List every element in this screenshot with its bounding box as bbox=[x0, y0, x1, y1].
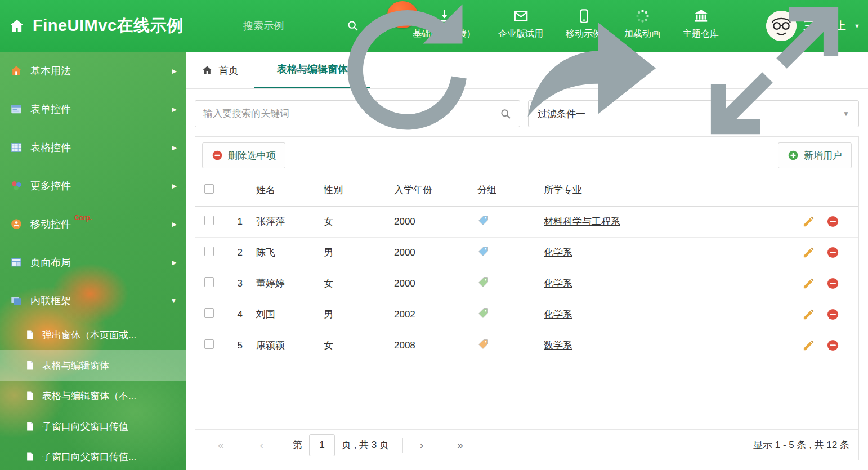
tab-home-label: 首页 bbox=[218, 64, 239, 77]
corp-badge: Corp. bbox=[74, 214, 92, 222]
pagination-bar: « ‹ 第 1 页 , 共 3 页 › » 显示 1 - 5 条 , 共 12 … bbox=[195, 429, 858, 460]
share-icon[interactable] bbox=[507, 0, 675, 155]
gender-cell: 女 bbox=[324, 330, 394, 361]
chevron-right-icon: ▶ bbox=[172, 259, 177, 266]
sidebar-item[interactable]: 内联框架▼ bbox=[0, 281, 186, 320]
chevron-down-icon: ▼ bbox=[171, 297, 177, 304]
users-table: 姓名 性别 入学年份 分组 所学专业 1张萍萍女2000材料科学与工程系2陈飞男… bbox=[195, 174, 858, 361]
col-group: 分组 bbox=[477, 174, 544, 206]
tab-home[interactable]: 首页 bbox=[186, 52, 254, 88]
chevron-right-icon: ▶ bbox=[172, 221, 177, 228]
edit-icon[interactable] bbox=[802, 339, 815, 352]
delete-icon[interactable] bbox=[826, 246, 839, 259]
row-checkbox-cell bbox=[195, 330, 221, 361]
major-cell: 数学系 bbox=[544, 330, 785, 361]
edit-icon[interactable] bbox=[802, 277, 815, 290]
sidebar-item[interactable]: 页面布局▶ bbox=[0, 243, 186, 281]
row-checkbox[interactable] bbox=[204, 216, 214, 225]
edit-icon[interactable] bbox=[802, 246, 815, 259]
delete-icon[interactable] bbox=[826, 277, 839, 290]
group-cell bbox=[477, 299, 544, 330]
sidebar-subitem[interactable]: 表格与编辑窗体 bbox=[0, 350, 186, 381]
sidebar-subitem-label: 表格与编辑窗体 bbox=[42, 359, 109, 372]
row-checkbox[interactable] bbox=[204, 339, 214, 349]
row-checkbox-cell bbox=[195, 268, 221, 299]
sidebar-subitem[interactable]: 子窗口向父窗口传值... bbox=[0, 441, 186, 470]
table-row: 4刘国男2002化学系 bbox=[195, 299, 858, 330]
refresh-icon[interactable] bbox=[323, 0, 492, 155]
major-cell: 化学系 bbox=[544, 299, 785, 330]
col-major: 所学专业 bbox=[544, 174, 785, 206]
year-cell: 2000 bbox=[394, 268, 477, 299]
row-index: 2 bbox=[221, 237, 256, 268]
actions-cell bbox=[785, 206, 858, 237]
file-icon bbox=[25, 421, 35, 431]
tag-icon bbox=[477, 214, 489, 226]
grid-panel: 删除选中项 新增用户 姓名 性别 入学年份 bbox=[195, 136, 859, 460]
sidebar-item[interactable]: 更多控件▶ bbox=[0, 167, 186, 205]
sidebar: 基本用法▶表单控件▶表格控件▶更多控件▶移动控件Corp.▶页面布局▶内联框架▼… bbox=[0, 52, 186, 470]
major-link[interactable]: 材料科学与工程系 bbox=[544, 216, 620, 227]
widgets-icon bbox=[10, 180, 23, 192]
table-row: 1张萍萍女2000材料科学与工程系 bbox=[195, 206, 858, 237]
iframe-icon bbox=[10, 294, 23, 307]
select-all-checkbox[interactable] bbox=[204, 184, 214, 194]
page-prefix: 第 bbox=[293, 438, 302, 451]
major-link[interactable]: 化学系 bbox=[544, 247, 572, 258]
row-checkbox[interactable] bbox=[204, 277, 214, 287]
col-actions bbox=[785, 174, 858, 206]
sidebar-subitem[interactable]: 表格与编辑窗体（不... bbox=[0, 381, 186, 411]
brand[interactable]: FineUIMvc在线示例 bbox=[9, 0, 184, 52]
sidebar-item-label: 移动控件 bbox=[30, 217, 71, 231]
sidebar-subitem-label: 弹出窗体（本页面或... bbox=[42, 329, 136, 342]
sidebar-item[interactable]: 基本用法▶ bbox=[0, 52, 186, 90]
name-cell: 刘国 bbox=[256, 299, 324, 330]
year-cell: 2000 bbox=[394, 237, 477, 268]
prev-page-button[interactable]: ‹ bbox=[257, 439, 267, 451]
col-index bbox=[221, 174, 256, 206]
home-icon bbox=[9, 18, 25, 34]
delete-icon[interactable] bbox=[826, 339, 839, 352]
sidebar-subitems: 弹出窗体（本页面或...表格与编辑窗体表格与编辑窗体（不...子窗口向父窗口传值… bbox=[0, 320, 186, 470]
sidebar-item[interactable]: 移动控件Corp.▶ bbox=[0, 205, 186, 243]
table-row: 3董婷婷女2000化学系 bbox=[195, 268, 858, 299]
sidebar-item[interactable]: 表单控件▶ bbox=[0, 90, 186, 128]
expand-icon[interactable] bbox=[690, 0, 859, 155]
page-number-input[interactable]: 1 bbox=[309, 434, 335, 456]
minus-circle-icon bbox=[212, 150, 223, 161]
row-index: 4 bbox=[221, 299, 256, 330]
row-checkbox[interactable] bbox=[204, 247, 214, 256]
sidebar-subitem-label: 子窗口向父窗口传值... bbox=[42, 450, 136, 463]
row-checkbox[interactable] bbox=[204, 308, 214, 318]
table-row: 5康颖颖女2008数学系 bbox=[195, 330, 858, 361]
first-page-button[interactable]: « bbox=[214, 439, 227, 451]
edit-icon[interactable] bbox=[802, 215, 815, 228]
mobile-orange-icon bbox=[10, 218, 23, 230]
next-page-button[interactable]: › bbox=[417, 439, 427, 451]
sidebar-subitem[interactable]: 子窗口向父窗口传值 bbox=[0, 411, 186, 441]
name-cell: 康颖颖 bbox=[256, 330, 324, 361]
group-cell bbox=[477, 237, 544, 268]
major-cell: 化学系 bbox=[544, 237, 785, 268]
delete-icon[interactable] bbox=[826, 308, 839, 321]
col-year: 入学年份 bbox=[394, 174, 477, 206]
sidebar-items: 基本用法▶表单控件▶表格控件▶更多控件▶移动控件Corp.▶页面布局▶内联框架▼ bbox=[0, 52, 186, 320]
tag-icon bbox=[477, 307, 489, 319]
major-cell: 材料科学与工程系 bbox=[544, 206, 785, 237]
delete-selected-button[interactable]: 删除选中项 bbox=[202, 142, 285, 168]
name-cell: 张萍萍 bbox=[256, 206, 324, 237]
sidebar-item-label: 更多控件 bbox=[30, 179, 71, 193]
edit-icon[interactable] bbox=[802, 308, 815, 321]
last-page-button[interactable]: » bbox=[454, 439, 467, 451]
delete-icon[interactable] bbox=[826, 215, 839, 228]
sidebar-item[interactable]: 表格控件▶ bbox=[0, 128, 186, 167]
header-search-input[interactable] bbox=[243, 20, 322, 32]
tab-bar: 首页 表格与编辑窗体 × </> bbox=[186, 52, 868, 89]
source-code-icon[interactable]: </> bbox=[294, 65, 308, 75]
major-link[interactable]: 化学系 bbox=[544, 278, 572, 289]
row-checkbox-cell bbox=[195, 206, 221, 237]
major-link[interactable]: 数学系 bbox=[544, 340, 572, 351]
chevron-right-icon: ▶ bbox=[172, 182, 177, 190]
sidebar-subitem[interactable]: 弹出窗体（本页面或... bbox=[0, 320, 186, 350]
major-link[interactable]: 化学系 bbox=[544, 309, 572, 320]
